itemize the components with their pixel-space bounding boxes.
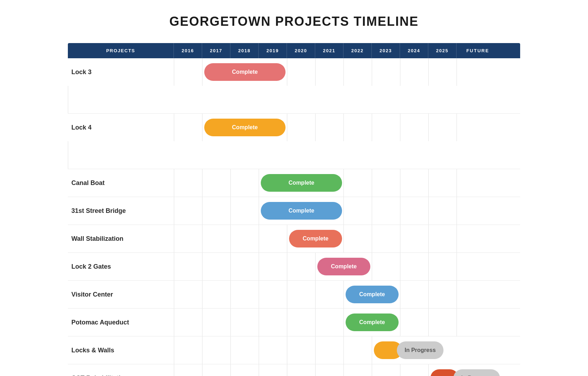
project-name-wallstab: Wall Stabilization xyxy=(68,235,174,243)
header-year-2024: 2024 xyxy=(400,43,428,58)
year-cell xyxy=(315,281,343,308)
bar-cell-lock2gates: Complete xyxy=(315,253,372,280)
bar-cell-cct: In Progress xyxy=(428,364,499,376)
year-cell xyxy=(230,169,259,197)
year-cell xyxy=(259,225,287,252)
year-cell xyxy=(457,309,499,336)
year-cell xyxy=(230,253,259,280)
year-cell xyxy=(400,114,428,141)
year-cell xyxy=(259,364,287,376)
year-cell xyxy=(315,336,343,364)
header-year-2017: 2017 xyxy=(202,43,230,58)
project-name-potomac: Potomac Aqueduct xyxy=(68,319,174,326)
bar-visitorcenter: Complete xyxy=(346,286,399,303)
year-cell xyxy=(202,364,230,376)
year-cell xyxy=(372,364,400,376)
year-cell xyxy=(287,336,315,364)
row-cct: CCT Rehabilitation In Progress xyxy=(68,364,520,376)
year-cell xyxy=(428,225,457,252)
year-cell xyxy=(202,197,230,225)
year-cell xyxy=(457,197,499,225)
year-cell xyxy=(230,281,259,308)
year-cell xyxy=(343,364,372,376)
project-name-lock4: Lock 4 xyxy=(68,124,174,131)
header-year-2021: 2021 xyxy=(315,43,343,58)
project-name-lock3: Lock 3 xyxy=(68,68,174,76)
bar-cell-wallstab: Complete xyxy=(287,225,343,252)
year-cell xyxy=(174,58,202,86)
bar-cell-canalboat: Complete xyxy=(259,169,343,197)
year-cell xyxy=(400,197,428,225)
year-cell xyxy=(343,225,372,252)
timeline-header: PROJECTS 2016 2017 2018 2019 2020 2021 2… xyxy=(68,43,520,58)
bar-cell-potomac: Complete xyxy=(343,309,400,336)
year-cell xyxy=(230,197,259,225)
header-projects: PROJECTS xyxy=(68,43,174,58)
row-lock4: Lock 4 Complete xyxy=(68,114,520,169)
year-cell xyxy=(287,253,315,280)
year-cell xyxy=(174,197,202,225)
bar-bridge: Complete xyxy=(261,202,342,220)
year-cell xyxy=(428,197,457,225)
year-cell xyxy=(457,281,499,308)
year-cell xyxy=(259,309,287,336)
year-cell xyxy=(202,281,230,308)
year-cell xyxy=(400,309,428,336)
year-cell xyxy=(315,58,343,86)
year-cell xyxy=(68,141,174,169)
year-cell xyxy=(315,364,343,376)
year-cell xyxy=(287,364,315,376)
bar-cell-lock4: Complete xyxy=(202,114,287,141)
bar-cell-bridge: Complete xyxy=(259,197,343,225)
year-cell xyxy=(428,169,457,197)
bar-cct-label: In Progress xyxy=(453,369,500,376)
year-cell xyxy=(428,281,457,308)
year-cell xyxy=(230,309,259,336)
year-cell xyxy=(400,58,428,86)
year-cell xyxy=(457,225,499,252)
project-name-cct: CCT Rehabilitation xyxy=(68,375,174,376)
chart-title: GEORGETOWN PROJECTS TIMELINE xyxy=(68,14,520,29)
bar-lock2gates: Complete xyxy=(317,258,370,275)
year-cell xyxy=(372,169,400,197)
year-cell xyxy=(202,336,230,364)
year-cell xyxy=(174,253,202,280)
year-cell xyxy=(287,58,315,86)
header-year-2023: 2023 xyxy=(372,43,400,58)
bar-potomac: Complete xyxy=(346,314,399,331)
year-cell xyxy=(230,336,259,364)
year-cell xyxy=(259,336,287,364)
project-name-canalboat: Canal Boat xyxy=(68,179,174,187)
year-cell xyxy=(400,281,428,308)
year-cell xyxy=(202,225,230,252)
header-year-2025: 2025 xyxy=(428,43,457,58)
year-cell xyxy=(400,253,428,280)
bar-lockswalls-label: In Progress xyxy=(397,341,443,359)
year-cell xyxy=(400,364,428,376)
year-cell xyxy=(174,364,202,376)
year-cell xyxy=(68,86,174,113)
row-potomac: Potomac Aqueduct Complete xyxy=(68,309,520,336)
row-lock3: Lock 3 Complete xyxy=(68,58,520,114)
project-name-lock2gates: Lock 2 Gates xyxy=(68,263,174,270)
year-cell xyxy=(457,253,499,280)
year-cell xyxy=(202,309,230,336)
year-cell xyxy=(428,253,457,280)
year-cell xyxy=(457,58,499,86)
year-cell xyxy=(343,336,372,364)
year-cell xyxy=(428,58,457,86)
year-cell xyxy=(372,253,400,280)
year-cell xyxy=(372,114,400,141)
project-name-lockswalls: Locks & Walls xyxy=(68,347,174,354)
year-cell xyxy=(174,309,202,336)
year-cell xyxy=(259,253,287,280)
year-cell xyxy=(372,225,400,252)
row-canalboat: Canal Boat Complete xyxy=(68,169,520,197)
bar-canalboat: Complete xyxy=(261,174,342,192)
row-visitorcenter: Visitor Center Complete xyxy=(68,281,520,309)
header-future: FUTURE xyxy=(457,43,499,58)
year-cell xyxy=(174,225,202,252)
year-cell xyxy=(174,169,202,197)
project-name-bridge: 31st Street Bridge xyxy=(68,207,174,215)
year-cell xyxy=(428,309,457,336)
